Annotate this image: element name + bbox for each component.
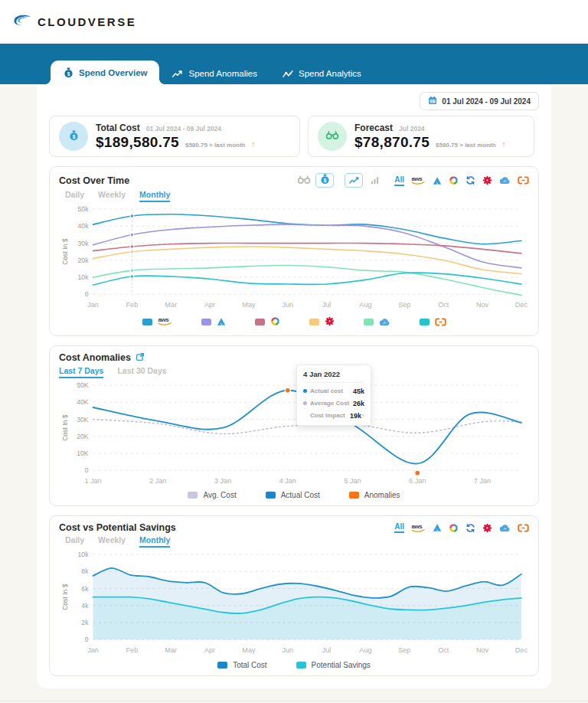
app-header: CLOUDVERSE [0, 0, 588, 44]
date-range-picker[interactable]: 01 Jul 2024 - 09 Jul 2024 [420, 92, 539, 110]
aws-icon: aws [158, 316, 172, 329]
legend-item-alibaba[interactable] [420, 316, 446, 329]
nav-tabs: $ Spend Overview Spend Anomalies Spend A… [51, 60, 374, 84]
card-title: Forecast [354, 123, 393, 133]
svg-text:6 Jan: 6 Jan [409, 476, 426, 484]
filter-azure-icon[interactable] [433, 176, 442, 185]
range-tabs: Last 7 Days Last 30 Days [59, 366, 529, 378]
filter-azure-icon[interactable] [433, 523, 442, 532]
svg-text:0: 0 [85, 466, 89, 474]
svg-text:$: $ [323, 178, 326, 184]
filter-circular-arrows-icon[interactable] [466, 175, 475, 185]
tab-spend-anomalies[interactable]: Spend Anomalies [159, 63, 270, 84]
svg-text:Aug: Aug [359, 301, 371, 309]
card-title: Total Cost [96, 123, 140, 133]
provider-filters: All aws [394, 522, 529, 533]
svg-text:0: 0 [85, 290, 89, 298]
azure-icon [217, 316, 226, 329]
svg-text:Apr: Apr [204, 646, 215, 654]
svg-text:Jul: Jul [322, 646, 332, 654]
filter-cloud-icon[interactable] [499, 176, 511, 185]
forecast-delta: $580.75 > last month [436, 142, 495, 149]
external-link-icon[interactable] [136, 352, 145, 364]
legend-item-total-cost[interactable]: Total Cost [217, 661, 266, 669]
legend-item-actual-cost[interactable]: Actual Cost [266, 491, 320, 499]
forecast-view-toggle[interactable] [295, 173, 313, 188]
binoculars-icon [297, 174, 311, 188]
legend-item-azure[interactable] [201, 316, 226, 329]
tab-weekly[interactable]: Weekly [98, 535, 126, 548]
filter-aws-icon[interactable]: aws [411, 523, 426, 533]
filter-huawei-icon[interactable] [482, 523, 492, 533]
section-title: Cost Over Time [59, 175, 129, 186]
svg-text:10k: 10k [78, 551, 90, 558]
filter-google-cloud-icon[interactable] [449, 523, 459, 533]
svg-text:May: May [242, 646, 256, 654]
tab-label: Spend Anomalies [188, 69, 257, 78]
svg-text:Feb: Feb [126, 646, 139, 654]
filter-aws-icon[interactable]: aws [411, 175, 426, 185]
bar-chart-toggle[interactable] [365, 173, 384, 188]
tab-last-30-days[interactable]: Last 30 Days [117, 366, 166, 378]
svg-text:Feb: Feb [126, 301, 139, 309]
total-cost-delta: $580.75 > last month [185, 142, 245, 149]
filter-all[interactable]: All [394, 522, 404, 533]
svg-text:2 Jan: 2 Jan [149, 476, 166, 484]
svg-text:Cost In $: Cost In $ [61, 238, 69, 265]
legend-item-anomalies[interactable]: Anomalies [349, 491, 400, 499]
tab-spend-analytics[interactable]: Spend Analytics [270, 63, 374, 84]
tooltip-value: 19k↑ [350, 412, 364, 420]
svg-text:Jun: Jun [282, 646, 293, 654]
legend-item-potential-savings[interactable]: Potential Savings [296, 661, 371, 669]
svg-text:Jan: Jan [87, 646, 99, 654]
filter-circular-arrows-icon[interactable] [466, 523, 475, 533]
huawei-icon [325, 316, 335, 329]
legend-item-avg-cost[interactable]: Avg. Cost [188, 491, 236, 499]
filter-all[interactable]: All [394, 175, 404, 186]
svg-text:Dec: Dec [515, 301, 528, 309]
total-cost-card: $ Total Cost 01 Jul 2024 - 09 Jul 2024 $… [49, 116, 300, 157]
google-cloud-icon [270, 316, 280, 329]
legend-item-google-cloud[interactable] [255, 316, 280, 329]
filter-huawei-icon[interactable] [482, 175, 492, 185]
spend-anomalies-icon [172, 70, 184, 78]
svg-text:Dec: Dec [515, 646, 528, 654]
svg-text:Jan: Jan [87, 301, 99, 309]
svg-text:Nov: Nov [476, 646, 489, 654]
tab-label: Spend Overview [79, 68, 147, 77]
brand-name: CLOUDVERSE [38, 15, 136, 28]
svg-text:May: May [242, 301, 256, 309]
tab-last-7-days[interactable]: Last 7 Days [59, 366, 103, 378]
filter-alibaba-cloud-icon[interactable] [518, 524, 529, 532]
filter-alibaba-cloud-icon[interactable] [518, 176, 529, 185]
legend-item-huawei[interactable] [309, 316, 335, 329]
card-period: Jul 2024 [399, 125, 425, 132]
anomalies-legend: Avg. Cost Actual Cost Anomalies [59, 489, 529, 502]
tab-monthly[interactable]: Monthly [139, 190, 170, 202]
primary-nav: $ Spend Overview Spend Anomalies Spend A… [0, 44, 588, 84]
svg-text:aws: aws [411, 175, 423, 182]
tab-daily[interactable]: Daily [65, 190, 84, 202]
cost-view-toggle[interactable]: $ [315, 173, 334, 188]
tooltip-label: Cost Impact [310, 412, 345, 419]
tab-spend-overview[interactable]: $ Spend Overview [51, 60, 159, 84]
tooltip-value: 26k [353, 400, 364, 407]
line-chart-toggle[interactable] [345, 173, 363, 188]
legend-item-cloud[interactable] [364, 316, 390, 329]
filter-google-cloud-icon[interactable] [449, 175, 459, 185]
svg-text:3 Jan: 3 Jan [214, 476, 231, 484]
tab-label: Spend Analytics [299, 69, 361, 78]
tab-weekly[interactable]: Weekly [98, 190, 126, 202]
svg-text:20k: 20k [78, 257, 90, 264]
filter-cloud-icon[interactable] [499, 524, 511, 532]
view-mode-toggle-group: $ [295, 173, 334, 188]
calendar-icon [428, 96, 437, 106]
chart-type-toggle-group [345, 173, 384, 188]
svg-text:Sep: Sep [398, 301, 410, 309]
cost-anomalies-panel: Cost Anomalies Last 7 Days Last 30 Days … [49, 345, 539, 507]
cost-over-time-panel: Cost Over Time $ All aws [49, 166, 539, 336]
svg-text:7 Jan: 7 Jan [474, 476, 491, 484]
tab-monthly[interactable]: Monthly [139, 535, 170, 548]
tab-daily[interactable]: Daily [65, 535, 84, 548]
legend-item-aws[interactable]: aws [142, 316, 172, 329]
